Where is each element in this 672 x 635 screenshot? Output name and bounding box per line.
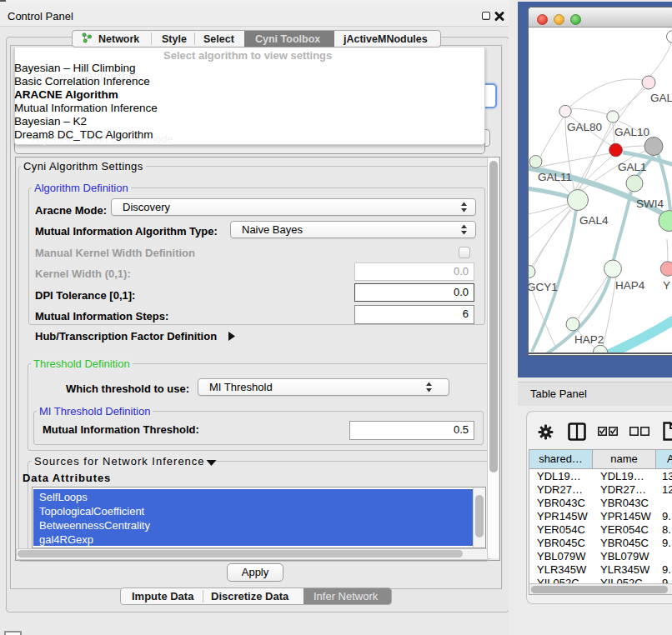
svg-text:GAL11: GAL11 (538, 171, 572, 183)
svg-text:GAL4: GAL4 (579, 214, 609, 227)
svg-text:GCY1: GCY1 (529, 281, 558, 293)
svg-text:GAL: GAL (650, 92, 672, 104)
svg-text:SWI4: SWI4 (636, 198, 664, 210)
svg-text:GAL10: GAL10 (614, 126, 649, 138)
svg-text:GAL80: GAL80 (567, 121, 602, 133)
svg-text:HAP2: HAP2 (574, 333, 604, 346)
svg-text:HAP4: HAP4 (615, 279, 645, 292)
svg-text:Y: Y (663, 279, 670, 292)
svg-text:GAL1: GAL1 (618, 161, 647, 173)
